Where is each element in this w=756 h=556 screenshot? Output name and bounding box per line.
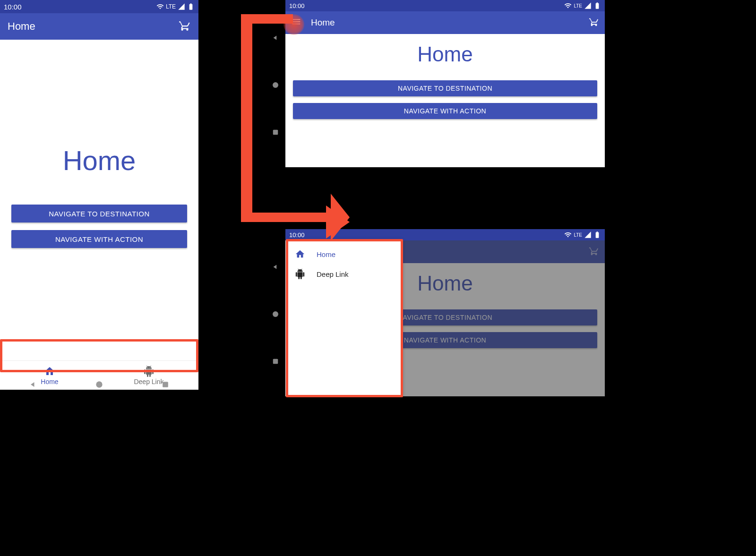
home-circle-icon[interactable]	[94, 380, 104, 389]
overview-icon[interactable]	[271, 128, 280, 137]
svg-point-2	[273, 82, 278, 88]
tablet-landscape-closed: 10:00 LTE Home Home NAVIGATE TO DESTINAT…	[285, 0, 605, 167]
network-label: LTE	[574, 3, 582, 9]
system-navigation-bar	[0, 373, 198, 396]
signal-icon	[584, 231, 592, 239]
status-time: 10:00	[4, 3, 22, 11]
page-heading: Home	[417, 43, 472, 66]
status-icons: LTE	[564, 231, 601, 239]
svg-rect-5	[273, 359, 278, 364]
navigate-destination-button[interactable]: NAVIGATE TO DESTINATION	[293, 80, 597, 96]
back-icon[interactable]	[271, 34, 280, 42]
system-navigation-bar-landscape	[267, 14, 284, 156]
battery-icon	[593, 2, 601, 9]
status-bar: 10:00 LTE	[285, 0, 605, 11]
svg-rect-3	[273, 130, 278, 135]
app-bar: Home	[0, 13, 198, 40]
svg-rect-1	[163, 382, 168, 387]
wifi-icon	[564, 2, 572, 9]
status-bar: 10:00 LTE	[0, 0, 198, 13]
back-icon[interactable]	[271, 263, 280, 271]
status-time: 10:00	[289, 231, 305, 239]
navigate-destination-button[interactable]: NAVIGATE TO DESTINATION	[11, 205, 187, 222]
signal-icon	[178, 3, 185, 10]
app-bar-title: Home	[8, 20, 35, 33]
page-heading: Home	[63, 145, 136, 176]
home-circle-icon[interactable]	[271, 310, 280, 318]
phone-content: Home NAVIGATE TO DESTINATION NAVIGATE WI…	[0, 40, 198, 360]
svg-point-4	[273, 311, 278, 317]
navigate-action-button[interactable]: NAVIGATE WITH ACTION	[293, 103, 597, 119]
overview-icon[interactable]	[271, 357, 280, 366]
signal-icon	[584, 2, 592, 9]
app-bar: Home	[285, 11, 605, 34]
back-icon[interactable]	[28, 380, 38, 389]
system-navigation-bar-landscape	[267, 243, 284, 385]
battery-icon	[187, 3, 195, 10]
svg-point-0	[96, 381, 102, 387]
cart-icon[interactable]	[179, 19, 191, 34]
network-label: LTE	[574, 232, 582, 238]
hamburger-icon[interactable]	[291, 17, 301, 29]
wifi-icon	[156, 3, 164, 10]
overview-icon[interactable]	[161, 380, 170, 389]
cart-icon[interactable]	[589, 17, 599, 29]
app-bar-title: Home	[311, 17, 335, 28]
status-icons: LTE	[156, 3, 195, 10]
network-label: LTE	[166, 3, 176, 10]
home-circle-icon[interactable]	[271, 81, 280, 89]
highlight-bottom-nav	[0, 339, 198, 372]
tablet-content: Home NAVIGATE TO DESTINATION NAVIGATE WI…	[285, 34, 605, 167]
status-icons: LTE	[564, 2, 601, 9]
battery-icon	[593, 231, 601, 239]
phone-portrait-device: 10:00 LTE Home Home NAVIGATE TO DESTINAT…	[0, 0, 198, 390]
highlight-drawer	[286, 239, 403, 397]
status-time: 10:00	[289, 2, 305, 9]
navigate-action-button[interactable]: NAVIGATE WITH ACTION	[11, 230, 187, 248]
wifi-icon	[564, 231, 572, 239]
